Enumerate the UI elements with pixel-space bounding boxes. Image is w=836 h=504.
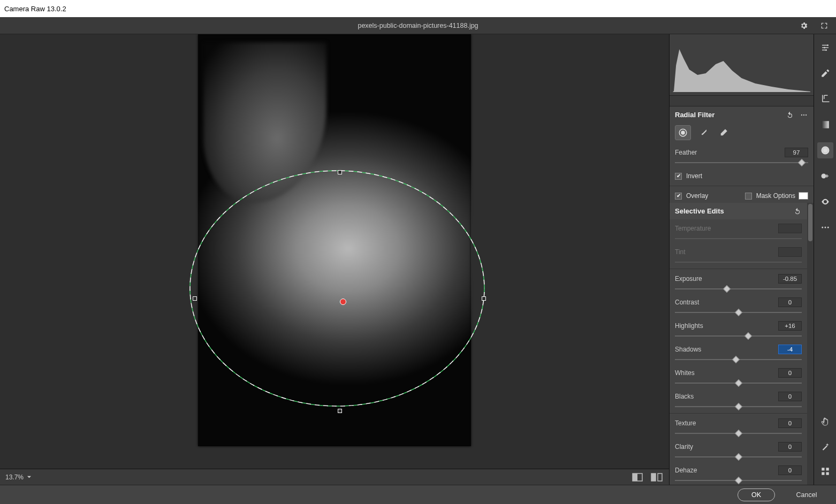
zoom-value: 13.7% bbox=[5, 474, 24, 481]
texture-value[interactable]: 0 bbox=[778, 418, 802, 428]
info-strip bbox=[670, 96, 814, 106]
svg-point-8 bbox=[803, 114, 804, 115]
eye-icon bbox=[820, 197, 830, 207]
eraser-icon bbox=[719, 128, 728, 138]
invert-checkbox[interactable] bbox=[675, 173, 682, 180]
edits-reset-icon[interactable] bbox=[793, 208, 802, 215]
svg-point-9 bbox=[805, 114, 807, 115]
svg-rect-22 bbox=[822, 468, 824, 470]
tint-slider bbox=[675, 259, 802, 265]
exposure-value[interactable]: -0.85 bbox=[778, 274, 802, 284]
blacks-value[interactable]: 0 bbox=[778, 392, 802, 401]
blacks-slider[interactable] bbox=[675, 403, 802, 410]
reset-icon[interactable] bbox=[786, 111, 794, 119]
crop-icon bbox=[820, 94, 830, 104]
highlights-value[interactable]: +16 bbox=[778, 321, 802, 331]
shadows-label: Shadows bbox=[675, 346, 701, 353]
new-mask-button[interactable] bbox=[675, 125, 691, 140]
app-title: Camera Raw 13.0.2 bbox=[4, 5, 66, 13]
dots-icon bbox=[820, 223, 830, 232]
svg-rect-5 bbox=[658, 474, 662, 481]
brush-erase-button[interactable] bbox=[716, 125, 732, 140]
svg-rect-3 bbox=[633, 474, 637, 481]
crop-button[interactable] bbox=[817, 91, 833, 107]
handle-left[interactable] bbox=[193, 296, 197, 301]
handle-right[interactable] bbox=[482, 296, 486, 301]
status-bar: 13.7% bbox=[0, 469, 669, 485]
whites-slider[interactable] bbox=[675, 380, 802, 386]
contrast-label: Contrast bbox=[675, 299, 699, 306]
svg-point-13 bbox=[824, 47, 825, 49]
edit-panel-button[interactable] bbox=[817, 40, 833, 56]
histogram[interactable] bbox=[670, 34, 814, 96]
feather-value[interactable]: 97 bbox=[785, 148, 808, 157]
blacks-label: Blacks bbox=[675, 393, 694, 400]
svg-rect-15 bbox=[822, 121, 829, 128]
feather-slider[interactable] bbox=[675, 159, 808, 166]
zoom-select[interactable]: 13.7% bbox=[5, 474, 32, 481]
whites-label: Whites bbox=[675, 369, 695, 377]
svg-point-7 bbox=[801, 114, 802, 115]
texture-label: Texture bbox=[675, 419, 696, 427]
whites-value[interactable]: 0 bbox=[778, 368, 802, 378]
mask-options-checkbox[interactable] bbox=[745, 193, 752, 200]
eyedropper-icon bbox=[820, 68, 830, 78]
ok-button[interactable]: OK bbox=[738, 488, 775, 501]
overlay-checkbox[interactable] bbox=[675, 193, 682, 200]
scroll-thumb[interactable] bbox=[808, 204, 812, 241]
cancel-button[interactable]: Cancel bbox=[788, 488, 825, 501]
grid-tool-button[interactable] bbox=[817, 463, 833, 479]
svg-rect-6 bbox=[651, 474, 656, 481]
more-icon[interactable] bbox=[800, 111, 808, 119]
fullscreen-button[interactable] bbox=[818, 19, 831, 32]
feather-row: Feather 97 bbox=[670, 146, 814, 159]
before-after-single-button[interactable] bbox=[630, 471, 644, 483]
settings-button[interactable] bbox=[797, 19, 810, 32]
photo-preview bbox=[198, 34, 471, 446]
header-bar: pexels-public-domain-pictures-41188.jpg bbox=[0, 17, 836, 34]
edits-title: Selective Edits bbox=[675, 207, 724, 215]
svg-point-20 bbox=[824, 227, 826, 228]
zoom-tool-button[interactable] bbox=[817, 439, 833, 455]
radial-tool-icon bbox=[678, 128, 688, 138]
svg-point-17 bbox=[824, 149, 827, 152]
mask-color-swatch[interactable] bbox=[799, 192, 808, 200]
gradient-button[interactable] bbox=[817, 117, 833, 133]
more-tools-button[interactable] bbox=[817, 219, 833, 235]
svg-point-18 bbox=[822, 174, 826, 178]
scrollbar[interactable] bbox=[807, 203, 814, 485]
title-bar: Camera Raw 13.0.2 bbox=[0, 0, 836, 17]
clarity-value[interactable]: 0 bbox=[778, 442, 802, 452]
canvas[interactable] bbox=[0, 34, 669, 469]
sliders-icon bbox=[820, 43, 830, 52]
dehaze-value[interactable]: 0 bbox=[778, 465, 802, 475]
highlight-clip-marker[interactable] bbox=[804, 36, 811, 43]
tint-value bbox=[778, 247, 802, 257]
overlay-label: Overlay bbox=[686, 192, 708, 200]
contrast-slider[interactable] bbox=[675, 309, 802, 316]
panel-title: Radial Filter bbox=[675, 111, 715, 119]
clarity-slider[interactable] bbox=[675, 454, 802, 460]
contrast-value[interactable]: 0 bbox=[778, 297, 802, 307]
spot-removal-button[interactable] bbox=[817, 168, 833, 184]
radial-icon bbox=[820, 146, 830, 155]
before-after-split-button[interactable] bbox=[650, 471, 664, 483]
eyedropper-button[interactable] bbox=[817, 65, 833, 81]
dehaze-slider[interactable] bbox=[675, 477, 802, 484]
hand-tool-button[interactable] bbox=[817, 414, 833, 430]
temperature-value bbox=[778, 224, 802, 233]
radial-filter-button[interactable] bbox=[817, 142, 833, 158]
shadows-value[interactable]: -4 bbox=[778, 345, 802, 354]
shadows-slider[interactable] bbox=[675, 356, 802, 363]
chevron-down-icon bbox=[27, 475, 32, 479]
svg-rect-23 bbox=[826, 468, 829, 470]
hand-icon bbox=[820, 417, 830, 427]
exposure-slider[interactable] bbox=[675, 286, 802, 292]
shadow-clip-marker[interactable] bbox=[672, 36, 679, 43]
footer: OK Cancel bbox=[0, 485, 836, 504]
highlights-slider[interactable] bbox=[675, 333, 802, 339]
redeye-button[interactable] bbox=[817, 194, 833, 210]
grid-icon bbox=[820, 467, 830, 476]
texture-slider[interactable] bbox=[675, 430, 802, 437]
brush-add-button[interactable] bbox=[695, 125, 711, 140]
